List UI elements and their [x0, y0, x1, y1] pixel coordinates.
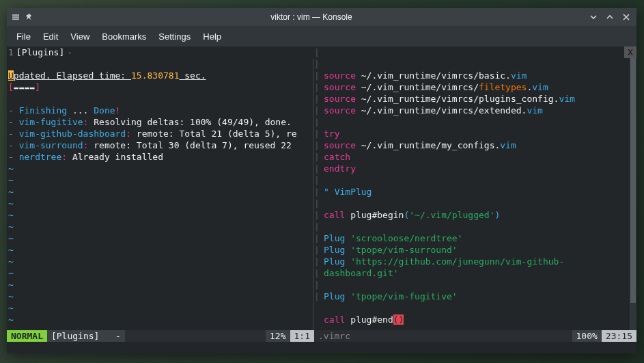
kw-source: source [324, 105, 356, 116]
kw-plug: Plug [324, 245, 350, 255]
plugin: vim-github-dashboard [19, 129, 126, 139]
tilde: ~ [8, 268, 14, 278]
right-pane[interactable]: source ~/.vim_runtime/vimrcs/basic.vim s… [314, 58, 636, 342]
kw-plug: Plug [324, 256, 350, 267]
menu-help[interactable]: Help [203, 31, 221, 42]
pin-icon[interactable] [25, 12, 34, 22]
paren-match: ) [399, 314, 404, 325]
terminal-scrollbar[interactable] [630, 58, 636, 330]
tilde: ~ [8, 314, 14, 325]
kw: Finishing [19, 105, 67, 116]
tilde: ~ [8, 175, 14, 185]
mode-indicator: NORMAL [7, 330, 47, 342]
elapsed-time: 15.830781 [131, 70, 179, 81]
paren: ) [494, 210, 500, 220]
plugin: nerdtree [19, 152, 62, 162]
menu-edit[interactable]: Edit [43, 31, 58, 42]
plugin: vim-surround [19, 140, 83, 150]
comment: " VimPlug [324, 187, 372, 197]
str: 'tpope/vim-surround' [350, 245, 458, 255]
scrollbar-thumb[interactable] [630, 58, 636, 303]
command-line[interactable] [7, 342, 636, 353]
path: ~/.vim_runtime/my_configs. [356, 140, 500, 150]
tilde: ~ [8, 280, 14, 290]
file-name-right: .vimrc [314, 330, 572, 342]
kw-plug: Plug [324, 291, 350, 301]
ext: vim [559, 94, 574, 104]
menu-settings[interactable]: Settings [158, 31, 191, 42]
app-menu-icon[interactable] [11, 12, 20, 22]
kw-plug: Plug [324, 233, 350, 243]
line-dash: - [8, 152, 19, 162]
ext: vim [500, 140, 516, 150]
tab-close[interactable]: X [624, 46, 636, 58]
tilde: ~ [8, 198, 14, 209]
plugin: vim-fugitive [19, 117, 83, 127]
kw-try: try [324, 129, 339, 139]
tilde: ~ [8, 187, 14, 197]
menu-file[interactable]: File [16, 31, 31, 42]
tab-sep: - [67, 46, 72, 58]
path: ~/.vim_runtime/vimrcs/basic. [356, 70, 511, 81]
left-pane[interactable]: Updated. Elapsed time: 15.830781 sec. [=… [7, 58, 314, 342]
tilde: ~ [8, 256, 14, 267]
status-text: pdated. Elapsed time: [14, 70, 131, 81]
ext: vim [532, 82, 548, 92]
progress-close: ] [35, 82, 40, 92]
close-icon[interactable] [621, 12, 631, 22]
status-fill [125, 330, 266, 342]
line-dash: - [8, 117, 19, 127]
minimize-icon[interactable] [589, 12, 598, 22]
txt: Already installed [67, 152, 163, 162]
kw-call: call [324, 210, 345, 220]
progress-bar: ==== [14, 82, 35, 92]
desktop-background: viktor : vim — Konsole File Edit View Bo… [0, 0, 644, 363]
menu-bookmarks[interactable]: Bookmarks [102, 31, 146, 42]
str: '~/.vim/plugged' [409, 210, 494, 220]
kw-source: source [324, 140, 356, 150]
split-gutter[interactable]: | | | | | | | | | | | | | | | | | | | | … [313, 46, 322, 342]
str: 'scrooloose/nerdtree' [350, 233, 462, 243]
tab-label[interactable]: [Plugins] [14, 46, 67, 58]
line-dash: - [8, 140, 19, 150]
tilde: ~ [8, 303, 14, 313]
str: 'https://github.com/junegunn/vim-github- [350, 256, 564, 267]
maximize-icon[interactable] [605, 12, 615, 22]
tilde: ~ [8, 221, 14, 232]
status-position-right: 23:15 [602, 330, 636, 342]
statusline-left: NORMAL [Plugins] - 12% 1:1 [7, 330, 314, 342]
colon: : [61, 152, 67, 162]
menubar: File Edit View Bookmarks Settings Help [7, 26, 636, 46]
kw-catch: catch [324, 152, 350, 162]
txt: ... [67, 105, 94, 116]
kw-endtry: endtry [324, 163, 356, 174]
str-cont: dashboard.git' [324, 268, 399, 278]
path: ~/.vim_runtime/vimrcs/extended. [356, 105, 527, 116]
done: Done [94, 105, 115, 116]
kw-source: source [324, 94, 356, 104]
status-sec: sec. [179, 70, 206, 81]
tilde: ~ [8, 245, 14, 255]
kw-source: source [324, 70, 356, 81]
tilde: ~ [8, 210, 14, 220]
colon: : [126, 129, 131, 139]
status-percent: 12% [266, 330, 290, 342]
terminal-area[interactable]: 1 [Plugins] - X Updated. Elapsed time: 1… [7, 46, 636, 353]
ext: vim [527, 105, 542, 116]
kw-source: source [324, 82, 356, 92]
tilde: ~ [8, 233, 14, 243]
status-percent-right: 100% [572, 330, 602, 342]
progress-open: [ [8, 82, 14, 92]
menu-view[interactable]: View [70, 31, 89, 42]
path: ~/.vim_runtime/vimrcs/plugins_config. [356, 94, 559, 104]
kw-call: call [324, 314, 345, 325]
file-name: [Plugins] - [47, 330, 125, 342]
line-dash: - [8, 129, 19, 139]
txt: Resolving deltas: 100% (49/49), done. [88, 117, 291, 127]
str: 'tpope/vim-fugitive' [350, 291, 458, 301]
txt: remote: Total 21 (delta 5), re [131, 129, 297, 139]
fn: plug#begin [345, 210, 404, 220]
tab-number[interactable]: 1 [7, 46, 14, 58]
titlebar[interactable]: viktor : vim — Konsole [7, 8, 636, 26]
txt: remote: Total 30 (delta 7), reused 22 [88, 140, 291, 150]
